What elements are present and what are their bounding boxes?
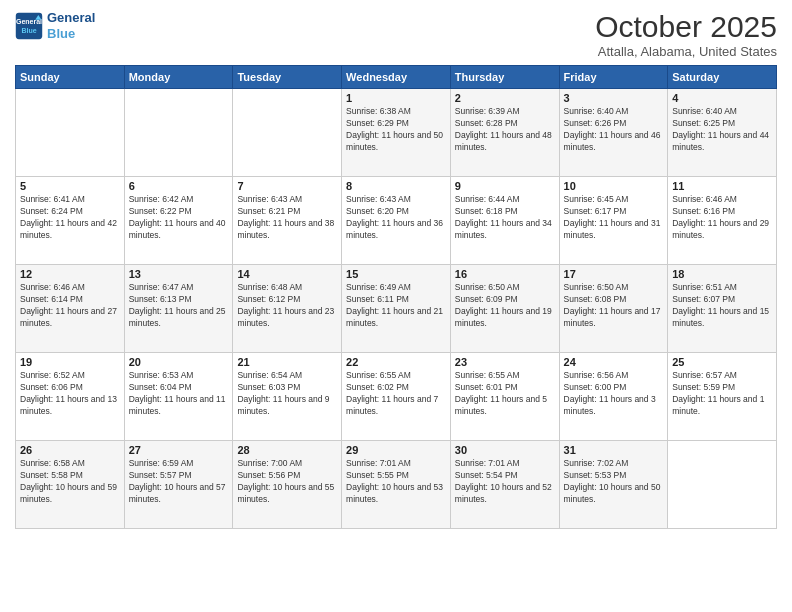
day-info: Sunrise: 6:43 AM Sunset: 6:20 PM Dayligh… [346,194,446,242]
day-info: Sunrise: 6:40 AM Sunset: 6:26 PM Dayligh… [564,106,664,154]
calendar-day-cell: 17Sunrise: 6:50 AM Sunset: 6:08 PM Dayli… [559,265,668,353]
day-number: 7 [237,180,337,192]
day-info: Sunrise: 6:55 AM Sunset: 6:01 PM Dayligh… [455,370,555,418]
calendar-day-cell: 7Sunrise: 6:43 AM Sunset: 6:21 PM Daylig… [233,177,342,265]
day-number: 3 [564,92,664,104]
day-number: 31 [564,444,664,456]
calendar-day-cell: 20Sunrise: 6:53 AM Sunset: 6:04 PM Dayli… [124,353,233,441]
day-info: Sunrise: 6:57 AM Sunset: 5:59 PM Dayligh… [672,370,772,418]
day-number: 15 [346,268,446,280]
header: General Blue General Blue October 2025 A… [15,10,777,59]
day-info: Sunrise: 6:42 AM Sunset: 6:22 PM Dayligh… [129,194,229,242]
day-number: 6 [129,180,229,192]
calendar-day-cell: 22Sunrise: 6:55 AM Sunset: 6:02 PM Dayli… [342,353,451,441]
calendar-day-cell: 28Sunrise: 7:00 AM Sunset: 5:56 PM Dayli… [233,441,342,529]
day-number: 30 [455,444,555,456]
calendar-day-cell: 23Sunrise: 6:55 AM Sunset: 6:01 PM Dayli… [450,353,559,441]
day-number: 24 [564,356,664,368]
logo-line1: General [47,10,95,26]
calendar-day-cell: 14Sunrise: 6:48 AM Sunset: 6:12 PM Dayli… [233,265,342,353]
calendar-day-cell: 25Sunrise: 6:57 AM Sunset: 5:59 PM Dayli… [668,353,777,441]
day-number: 10 [564,180,664,192]
calendar-table: Sunday Monday Tuesday Wednesday Thursday… [15,65,777,529]
logo-line2: Blue [47,26,95,42]
calendar-day-cell: 26Sunrise: 6:58 AM Sunset: 5:58 PM Dayli… [16,441,125,529]
day-info: Sunrise: 6:41 AM Sunset: 6:24 PM Dayligh… [20,194,120,242]
calendar-day-cell: 9Sunrise: 6:44 AM Sunset: 6:18 PM Daylig… [450,177,559,265]
day-info: Sunrise: 6:38 AM Sunset: 6:29 PM Dayligh… [346,106,446,154]
logo: General Blue General Blue [15,10,95,41]
calendar-day-cell: 6Sunrise: 6:42 AM Sunset: 6:22 PM Daylig… [124,177,233,265]
calendar-day-cell: 4Sunrise: 6:40 AM Sunset: 6:25 PM Daylig… [668,89,777,177]
day-number: 20 [129,356,229,368]
day-number: 19 [20,356,120,368]
header-friday: Friday [559,66,668,89]
day-info: Sunrise: 6:43 AM Sunset: 6:21 PM Dayligh… [237,194,337,242]
calendar-day-cell: 3Sunrise: 6:40 AM Sunset: 6:26 PM Daylig… [559,89,668,177]
month-title: October 2025 [595,10,777,44]
calendar-day-cell: 12Sunrise: 6:46 AM Sunset: 6:14 PM Dayli… [16,265,125,353]
day-info: Sunrise: 6:51 AM Sunset: 6:07 PM Dayligh… [672,282,772,330]
day-info: Sunrise: 7:00 AM Sunset: 5:56 PM Dayligh… [237,458,337,506]
day-info: Sunrise: 6:58 AM Sunset: 5:58 PM Dayligh… [20,458,120,506]
day-number: 11 [672,180,772,192]
title-block: October 2025 Attalla, Alabama, United St… [595,10,777,59]
calendar-day-cell: 31Sunrise: 7:02 AM Sunset: 5:53 PM Dayli… [559,441,668,529]
day-number: 2 [455,92,555,104]
calendar-day-cell [16,89,125,177]
header-wednesday: Wednesday [342,66,451,89]
header-tuesday: Tuesday [233,66,342,89]
day-info: Sunrise: 6:53 AM Sunset: 6:04 PM Dayligh… [129,370,229,418]
calendar-week-row: 12Sunrise: 6:46 AM Sunset: 6:14 PM Dayli… [16,265,777,353]
calendar-day-cell: 13Sunrise: 6:47 AM Sunset: 6:13 PM Dayli… [124,265,233,353]
day-info: Sunrise: 6:52 AM Sunset: 6:06 PM Dayligh… [20,370,120,418]
day-info: Sunrise: 6:45 AM Sunset: 6:17 PM Dayligh… [564,194,664,242]
header-monday: Monday [124,66,233,89]
day-number: 9 [455,180,555,192]
day-number: 27 [129,444,229,456]
calendar-week-row: 26Sunrise: 6:58 AM Sunset: 5:58 PM Dayli… [16,441,777,529]
calendar-day-cell: 2Sunrise: 6:39 AM Sunset: 6:28 PM Daylig… [450,89,559,177]
calendar-day-cell: 27Sunrise: 6:59 AM Sunset: 5:57 PM Dayli… [124,441,233,529]
day-number: 16 [455,268,555,280]
logo-text: General Blue [47,10,95,41]
day-info: Sunrise: 7:01 AM Sunset: 5:55 PM Dayligh… [346,458,446,506]
calendar-day-cell: 24Sunrise: 6:56 AM Sunset: 6:00 PM Dayli… [559,353,668,441]
svg-text:Blue: Blue [21,27,36,34]
day-info: Sunrise: 6:55 AM Sunset: 6:02 PM Dayligh… [346,370,446,418]
calendar-day-cell: 30Sunrise: 7:01 AM Sunset: 5:54 PM Dayli… [450,441,559,529]
day-info: Sunrise: 6:50 AM Sunset: 6:08 PM Dayligh… [564,282,664,330]
day-number: 22 [346,356,446,368]
calendar-day-cell: 10Sunrise: 6:45 AM Sunset: 6:17 PM Dayli… [559,177,668,265]
header-saturday: Saturday [668,66,777,89]
calendar-day-cell: 11Sunrise: 6:46 AM Sunset: 6:16 PM Dayli… [668,177,777,265]
calendar-day-cell [668,441,777,529]
calendar-day-cell: 8Sunrise: 6:43 AM Sunset: 6:20 PM Daylig… [342,177,451,265]
calendar-day-cell: 15Sunrise: 6:49 AM Sunset: 6:11 PM Dayli… [342,265,451,353]
day-number: 1 [346,92,446,104]
day-info: Sunrise: 6:46 AM Sunset: 6:14 PM Dayligh… [20,282,120,330]
day-number: 25 [672,356,772,368]
day-info: Sunrise: 6:39 AM Sunset: 6:28 PM Dayligh… [455,106,555,154]
calendar-day-cell: 1Sunrise: 6:38 AM Sunset: 6:29 PM Daylig… [342,89,451,177]
day-info: Sunrise: 6:46 AM Sunset: 6:16 PM Dayligh… [672,194,772,242]
day-number: 14 [237,268,337,280]
location: Attalla, Alabama, United States [595,44,777,59]
calendar-day-cell: 19Sunrise: 6:52 AM Sunset: 6:06 PM Dayli… [16,353,125,441]
day-info: Sunrise: 7:02 AM Sunset: 5:53 PM Dayligh… [564,458,664,506]
page-container: General Blue General Blue October 2025 A… [0,0,792,539]
calendar-day-cell [124,89,233,177]
header-thursday: Thursday [450,66,559,89]
header-sunday: Sunday [16,66,125,89]
day-number: 28 [237,444,337,456]
calendar-week-row: 1Sunrise: 6:38 AM Sunset: 6:29 PM Daylig… [16,89,777,177]
calendar-day-cell [233,89,342,177]
day-info: Sunrise: 6:40 AM Sunset: 6:25 PM Dayligh… [672,106,772,154]
calendar-day-cell: 18Sunrise: 6:51 AM Sunset: 6:07 PM Dayli… [668,265,777,353]
calendar-day-cell: 29Sunrise: 7:01 AM Sunset: 5:55 PM Dayli… [342,441,451,529]
weekday-header-row: Sunday Monday Tuesday Wednesday Thursday… [16,66,777,89]
day-info: Sunrise: 6:59 AM Sunset: 5:57 PM Dayligh… [129,458,229,506]
day-info: Sunrise: 6:44 AM Sunset: 6:18 PM Dayligh… [455,194,555,242]
day-number: 4 [672,92,772,104]
day-number: 18 [672,268,772,280]
